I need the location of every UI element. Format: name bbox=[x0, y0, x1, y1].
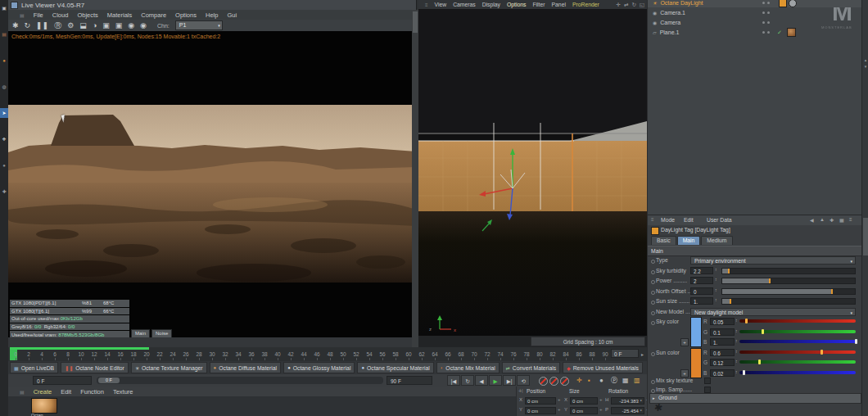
octane-button-octane-glossy-material[interactable]: ●Octane Glossy Material bbox=[283, 362, 355, 373]
axis-icon[interactable]: ✚ bbox=[0, 187, 8, 197]
lv-menu-file[interactable]: File bbox=[34, 11, 43, 19]
record-scale-button[interactable] bbox=[549, 377, 558, 386]
attr-menu-user-data[interactable]: User Data bbox=[707, 217, 732, 223]
visibility-dot[interactable] bbox=[767, 11, 770, 14]
expand-button[interactable]: + bbox=[680, 338, 689, 346]
slider-handle[interactable] bbox=[769, 278, 771, 283]
point-level-icon[interactable]: Ⓟ bbox=[611, 376, 617, 385]
value-stepper[interactable]: ↕ bbox=[735, 328, 738, 333]
lv-menu-help[interactable]: Help bbox=[206, 11, 218, 19]
main-pass-button[interactable]: Main bbox=[131, 329, 150, 337]
channel-value-input[interactable]: 1. bbox=[710, 338, 735, 346]
channel-select[interactable]: P1▾ bbox=[175, 20, 223, 30]
vp-menu-options[interactable]: Options bbox=[507, 2, 526, 7]
lv-menu-materials[interactable]: Materials bbox=[107, 11, 132, 19]
solo-icon[interactable]: ▥ bbox=[634, 376, 640, 385]
mm-menu-edit[interactable]: Edit bbox=[61, 388, 71, 396]
attr-menu-edit[interactable]: Edit bbox=[684, 217, 694, 223]
lv-menu-compare[interactable]: Compare bbox=[141, 11, 166, 19]
visibility-dot[interactable] bbox=[767, 21, 770, 24]
attr-menu-mode[interactable]: Mode bbox=[661, 217, 675, 223]
ground-section-bar[interactable]: ▸Ground bbox=[649, 393, 861, 404]
channel-value-input[interactable]: 0.1 bbox=[710, 328, 735, 336]
channel-value-input[interactable]: 0.12 bbox=[710, 359, 735, 366]
size-field[interactable]: 0 cm bbox=[570, 397, 598, 405]
visibility-dot[interactable] bbox=[767, 31, 770, 34]
tab-medium[interactable]: Medium bbox=[701, 236, 732, 245]
live-viewer-titlebar[interactable]: Live Viewer V4.05-R7 bbox=[8, 0, 416, 10]
slider-handle[interactable] bbox=[728, 269, 730, 274]
pan-icon[interactable]: ✛ bbox=[616, 2, 620, 8]
visibility-dots[interactable] bbox=[762, 21, 770, 24]
material-thumbnail[interactable] bbox=[31, 398, 57, 414]
channel-slider-handle[interactable] bbox=[855, 339, 857, 344]
list-icon[interactable]: ≡ bbox=[849, 217, 852, 222]
up-icon[interactable]: ▲ bbox=[820, 217, 825, 222]
mm-menu-create[interactable]: Create bbox=[34, 388, 52, 396]
field-stepper[interactable]: + bbox=[558, 397, 561, 402]
picture-icon[interactable]: ▣ bbox=[0, 3, 8, 13]
lv-menu-gui[interactable]: Gui bbox=[227, 11, 237, 19]
autokey-icon[interactable]: ▦ bbox=[622, 376, 629, 385]
vp-menu-display[interactable]: Display bbox=[482, 2, 500, 7]
octane-button-octane-mix-material[interactable]: ◐Octane Mix Material bbox=[436, 362, 500, 373]
perspective-viewport[interactable]: ≡ViewCamerasDisplayOptionsFilterPanelPro… bbox=[418, 0, 647, 347]
frame-slider-handle[interactable]: 0 F bbox=[98, 378, 120, 383]
timeline-scroll-arrow[interactable]: ▸ bbox=[641, 351, 644, 357]
vp-menu-cameras[interactable]: Cameras bbox=[453, 2, 476, 7]
picture-icon[interactable]: ▣ bbox=[115, 20, 123, 31]
shading-icon[interactable]: ◍ bbox=[0, 82, 8, 92]
importance-sampling-checkbox[interactable] bbox=[704, 387, 711, 393]
value-stepper[interactable]: ↕ bbox=[735, 369, 738, 374]
frame-slider[interactable]: 0 F bbox=[97, 377, 383, 384]
octane-button-octane-specular-material[interactable]: ●Octane Specular Material bbox=[357, 362, 433, 373]
slider-handle[interactable] bbox=[831, 289, 833, 294]
object-row-camera-1[interactable]: ◉Camera.1 bbox=[648, 8, 862, 17]
pick-material-icon[interactable]: ◉ bbox=[140, 20, 147, 31]
rotation-field[interactable]: -234.383 ° bbox=[611, 397, 644, 405]
channel-value-input[interactable]: 0.6 bbox=[710, 349, 735, 356]
window-divider[interactable] bbox=[412, 10, 418, 347]
visibility-dot[interactable] bbox=[762, 2, 765, 4]
slider-track[interactable] bbox=[721, 268, 856, 274]
timeline-frame-field[interactable]: 0 F bbox=[611, 349, 639, 358]
keyframe-param-icon[interactable]: ● bbox=[599, 376, 604, 385]
timeline-ruler[interactable]: 0 F ▸ 0246810121416182022242628303234363… bbox=[8, 347, 650, 362]
region-icon[interactable]: Ⓡ bbox=[54, 20, 61, 31]
value-stepper[interactable]: ↕ bbox=[735, 318, 738, 323]
lv-menu-cloud[interactable]: Cloud bbox=[52, 11, 69, 19]
slider-value-input[interactable]: 2 bbox=[690, 277, 713, 284]
slider-value-input[interactable]: 0 bbox=[690, 287, 713, 295]
position-field[interactable]: 0 cm bbox=[525, 407, 556, 414]
field-stepper[interactable]: + bbox=[599, 407, 603, 412]
slider-track[interactable] bbox=[721, 288, 856, 295]
slider-handle[interactable] bbox=[730, 299, 731, 304]
rotate-icon[interactable]: ↻ bbox=[631, 2, 635, 8]
value-stepper[interactable]: ↕ bbox=[715, 287, 717, 292]
channel-slider-track[interactable] bbox=[739, 371, 856, 374]
object-manager[interactable]: M MONSTERLAB ☀Octane DayLight◉Camera.1◉C… bbox=[648, 0, 862, 215]
octane-button-octane-node-editor[interactable]: ❚❚Octane Node Editor bbox=[61, 362, 129, 373]
visibility-dots[interactable] bbox=[762, 31, 770, 34]
octane-button-octane-diffuse-material[interactable]: ●Octane Diffuse Material bbox=[210, 362, 282, 373]
record-rotation-button[interactable] bbox=[560, 377, 569, 386]
slider-track[interactable] bbox=[721, 278, 856, 284]
rotation-field[interactable]: -25.454 ° bbox=[611, 407, 644, 414]
play-button[interactable]: ▶ bbox=[489, 375, 502, 386]
model-dropdown[interactable]: New daylight model▾ bbox=[690, 308, 856, 316]
keyframe-scale-icon[interactable]: ▪ bbox=[588, 376, 590, 385]
channel-slider-handle[interactable] bbox=[762, 329, 764, 334]
octane-button-open-livedb[interactable]: ▦Open LiveDB bbox=[10, 362, 58, 373]
tab-basic[interactable]: Basic bbox=[651, 236, 676, 245]
visibility-dot[interactable] bbox=[762, 21, 765, 24]
channel-slider-handle[interactable] bbox=[758, 359, 761, 364]
lv-menu-objects[interactable]: Objects bbox=[77, 11, 97, 19]
goto-start-button[interactable]: |◀ bbox=[447, 375, 460, 386]
value-stepper[interactable]: ↕ bbox=[715, 277, 717, 282]
sphere-icon[interactable]: ● bbox=[0, 161, 8, 170]
octane-button-octane-texture-manager[interactable]: ✳Octane Texture Manager bbox=[131, 362, 207, 373]
lock-icon[interactable]: ⬓ bbox=[79, 20, 87, 31]
octane-button-remove-unused-materials[interactable]: ◆Remove Unused Materials bbox=[563, 362, 643, 373]
value-stepper[interactable]: ↕ bbox=[735, 338, 738, 343]
end-frame-input[interactable]: 90 F bbox=[387, 376, 432, 385]
